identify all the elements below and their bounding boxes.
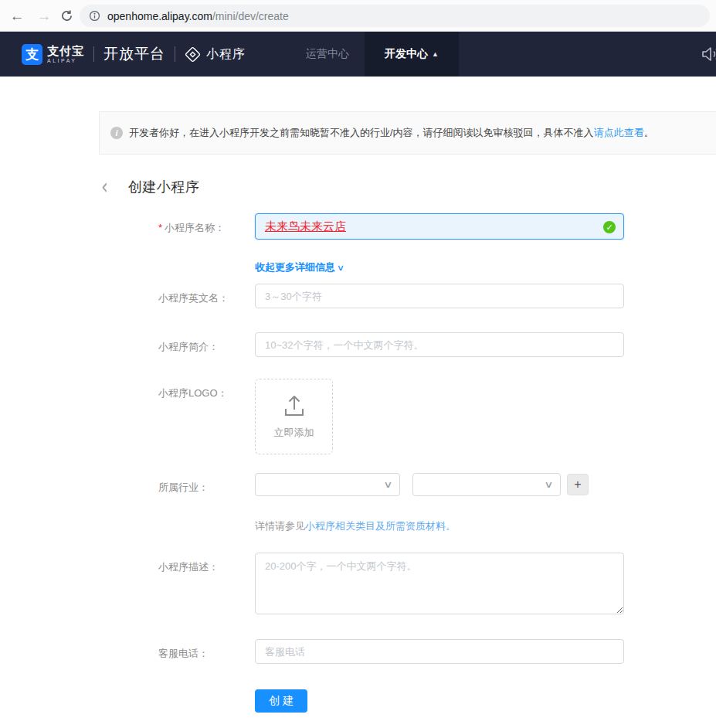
intro-input[interactable] bbox=[255, 332, 624, 357]
industry-category-select[interactable]: ∨ bbox=[255, 473, 400, 496]
url-host: openhome.alipay.com bbox=[107, 10, 212, 22]
service-phone-input[interactable] bbox=[255, 639, 624, 664]
page-title: 创建小程序 bbox=[128, 178, 200, 196]
browser-toolbar: ← → openhome.alipay.com/mini/dev/create bbox=[0, 0, 716, 32]
browser-back-icon[interactable]: ← bbox=[7, 9, 27, 23]
page-info-icon[interactable] bbox=[89, 10, 100, 22]
industry-hint-prefix: 详情请参见 bbox=[255, 520, 305, 532]
alipay-logo-icon[interactable]: 支 bbox=[22, 44, 42, 65]
valid-check-icon: ✓ bbox=[603, 221, 616, 233]
announcement-speaker-icon[interactable] bbox=[701, 45, 716, 63]
url-text: openhome.alipay.com/mini/dev/create bbox=[107, 10, 289, 22]
page-head: ‹ 创建小程序 bbox=[101, 177, 199, 196]
name-input-value: 未来鸟未来云店 bbox=[265, 219, 346, 234]
address-bar[interactable]: openhome.alipay.com/mini/dev/create bbox=[80, 5, 710, 27]
form-row-intro: 小程序简介： bbox=[158, 332, 631, 357]
notice-body: 开发者你好，在进入小程序开发之前需知晓暂不准入的行业/内容，请仔细阅读以免审核驳… bbox=[129, 127, 594, 138]
logo-label: 小程序LOGO： bbox=[158, 379, 255, 454]
form-row-description: 小程序描述： bbox=[158, 553, 631, 617]
nav-item-dev-center[interactable]: 开发中心 ▲ bbox=[365, 32, 459, 77]
nav-item-dev-center-label: 开发中心 bbox=[385, 47, 428, 61]
intro-label: 小程序简介： bbox=[158, 332, 255, 357]
name-label: *小程序名称： bbox=[158, 213, 255, 240]
page: ← → openhome.alipay.com/mini/dev/create … bbox=[0, 0, 716, 728]
description-textarea[interactable] bbox=[255, 553, 624, 614]
notice-view-link[interactable]: 请点此查看 bbox=[594, 127, 644, 138]
add-industry-button[interactable]: + bbox=[567, 474, 589, 495]
top-navbar: 支 支付宝 ALIPAY 开放平台 小程序 运营中心 开发中心 ▲ bbox=[0, 32, 716, 77]
collapse-details-label: 收起更多详细信息 bbox=[255, 260, 335, 274]
english-name-label: 小程序英文名： bbox=[158, 284, 255, 308]
divider bbox=[175, 46, 175, 62]
form-row-industry: 所属行业： ∨ ∨ + bbox=[158, 473, 631, 496]
industry-materials-link[interactable]: 小程序相关类目及所需资质材料。 bbox=[305, 520, 456, 532]
collapse-details-link[interactable]: 收起更多详细信息 ∨ bbox=[255, 260, 344, 274]
form-row-name: *小程序名称： 未来鸟未来云店 ✓ bbox=[158, 213, 631, 240]
form-row-phone: 客服电话： bbox=[158, 639, 631, 664]
create-button[interactable]: 创建 bbox=[255, 689, 307, 713]
description-label: 小程序描述： bbox=[158, 553, 255, 617]
caret-up-icon: ▲ bbox=[432, 50, 439, 58]
notice-period: 。 bbox=[644, 127, 654, 138]
notice-text: 开发者你好，在进入小程序开发之前需知晓暂不准入的行业/内容，请仔细阅读以免审核驳… bbox=[129, 126, 654, 140]
notice-banner: i 开发者你好，在进入小程序开发之前需知晓暂不准入的行业/内容，请仔细阅读以免审… bbox=[99, 111, 716, 155]
alipay-wordmark-en: ALIPAY bbox=[47, 58, 84, 63]
mini-program-brand[interactable]: 小程序 bbox=[185, 46, 246, 63]
phone-label: 客服电话： bbox=[158, 639, 255, 664]
industry-label: 所属行业： bbox=[158, 473, 255, 496]
url-path: /mini/dev/create bbox=[212, 10, 289, 22]
browser-forward-icon[interactable]: → bbox=[34, 9, 54, 23]
divider bbox=[93, 46, 94, 62]
english-name-input[interactable] bbox=[255, 284, 624, 308]
logo-upload-box[interactable]: 立即添加 bbox=[255, 379, 333, 454]
name-label-text: 小程序名称： bbox=[165, 222, 225, 233]
chevron-down-icon: ∨ bbox=[383, 479, 392, 490]
mini-program-label: 小程序 bbox=[206, 46, 246, 63]
alipay-wordmark[interactable]: 支付宝 ALIPAY bbox=[47, 45, 84, 63]
logo-upload-label: 立即添加 bbox=[274, 426, 314, 440]
form-row-logo: 小程序LOGO： 立即添加 bbox=[158, 379, 631, 454]
chevron-down-icon: ∨ bbox=[337, 263, 344, 273]
form-row-english-name: 小程序英文名： bbox=[158, 284, 631, 308]
industry-subcategory-select[interactable]: ∨ bbox=[412, 473, 561, 496]
form-row-submit: 创建 bbox=[255, 689, 631, 713]
industry-hint: 详情请参见小程序相关类目及所需资质材料。 bbox=[255, 519, 631, 533]
required-mark: * bbox=[158, 222, 162, 233]
chevron-down-icon: ∨ bbox=[544, 479, 553, 490]
create-mini-program-form: *小程序名称： 未来鸟未来云店 ✓ 收起更多详细信息 ∨ 小程序英文名： bbox=[158, 213, 631, 713]
alipay-wordmark-zh: 支付宝 bbox=[47, 45, 84, 56]
mini-program-diamond-icon bbox=[185, 46, 201, 63]
mini-program-name-input[interactable]: 未来鸟未来云店 ✓ bbox=[255, 213, 624, 240]
nav-item-operations-center[interactable]: 运营中心 bbox=[306, 47, 349, 61]
upload-icon bbox=[281, 393, 307, 418]
browser-reload-icon[interactable] bbox=[60, 9, 80, 22]
back-chevron-icon[interactable]: ‹ bbox=[101, 175, 108, 199]
open-platform-label[interactable]: 开放平台 bbox=[103, 44, 165, 64]
info-icon: i bbox=[110, 127, 123, 139]
